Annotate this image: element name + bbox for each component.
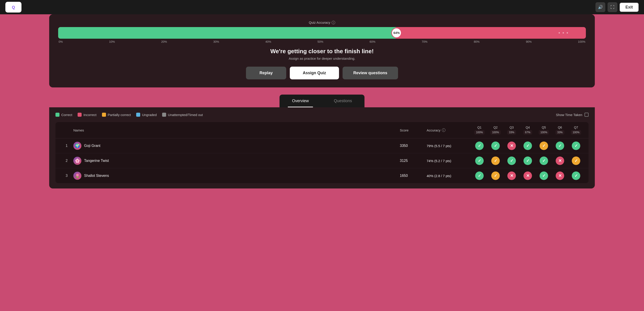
player-3-name: Shallot Stevens xyxy=(84,174,109,178)
correct-dot xyxy=(56,113,60,117)
replay-button[interactable]: Replay xyxy=(246,67,286,79)
player-3-q5 xyxy=(536,172,552,180)
topnav-actions: 🔊 ⛶ Exit xyxy=(596,2,639,12)
player-3-q7 xyxy=(568,172,584,180)
player-2-q7 xyxy=(568,156,584,165)
q2-header: Q2 100% xyxy=(488,126,504,134)
q3-header: Q3 33% xyxy=(504,126,520,134)
main-content: Quiz Accuracy i 64% 0% 10% 20% 30% 40% 5… xyxy=(0,14,644,188)
pct-80: 80% xyxy=(474,40,480,43)
legend-correct: Correct xyxy=(56,113,72,117)
table-row: 1 🌍 Goji Grant 3350 79% (5.5 / 7 pts) xyxy=(56,138,588,154)
player-2-q1 xyxy=(471,156,488,165)
player-2-name: Tangerine Twist xyxy=(84,159,109,163)
col-names: Names xyxy=(73,128,400,132)
tabs-bar: Overview Questions xyxy=(280,94,364,107)
tab-overview[interactable]: Overview xyxy=(280,94,321,107)
player-3-q2 xyxy=(488,172,504,180)
player-1-accuracy: 79% (5.5 / 7 pts) xyxy=(427,144,471,148)
table-row: 2 🌸 Tangerine Twist 3125 74% (5.2 / 7 pt… xyxy=(56,154,588,168)
player-1-q4 xyxy=(520,142,536,150)
player-1-avatar: 🌍 xyxy=(73,142,82,150)
scores-table: Names Score Accuracy i Q1 100% Q2 100% xyxy=(56,122,588,183)
pct-0: 0% xyxy=(58,40,63,43)
accuracy-badge: 64% xyxy=(391,28,402,38)
q7-header: Q7 100% xyxy=(568,126,584,134)
ungraded-dot xyxy=(136,113,140,117)
player-1-name: Goji Grant xyxy=(84,144,100,148)
action-buttons: Replay Assign Quiz Review questions xyxy=(58,67,586,79)
accuracy-label: Quiz Accuracy xyxy=(309,20,330,24)
partial-dot xyxy=(102,113,106,117)
q6-header: Q6 33% xyxy=(552,126,568,134)
topnav: Q 🔊 ⛶ Exit xyxy=(0,0,644,14)
player-1-q7 xyxy=(568,142,584,150)
overview-section: Correct Incorrect Partially correct Ungr… xyxy=(49,107,595,188)
pct-60: 60% xyxy=(370,40,376,43)
player-1-info: 🌍 Goji Grant xyxy=(73,142,400,150)
player-2-accuracy: 74% (5.2 / 7 pts) xyxy=(427,159,471,163)
player-2-avatar: 🌸 xyxy=(73,157,82,165)
rank-2: 2 xyxy=(60,159,73,163)
tabs-container: Overview Questions xyxy=(49,94,595,107)
legend-ungraded: Ungraded xyxy=(136,113,157,117)
progress-bar: 64% xyxy=(58,27,586,39)
pct-50: 50% xyxy=(318,40,323,43)
player-3-score: 1650 xyxy=(400,174,427,178)
player-3-q3 xyxy=(504,172,520,180)
player-2-q5 xyxy=(536,156,552,165)
svg-text:Q: Q xyxy=(12,5,15,10)
unattempted-dot xyxy=(162,113,166,117)
show-time-label: Show Time Taken xyxy=(556,113,582,117)
col-score: Score xyxy=(400,128,427,132)
assign-quiz-button[interactable]: Assign Quiz xyxy=(290,67,339,79)
table-header: Names Score Accuracy i Q1 100% Q2 100% xyxy=(56,122,588,138)
player-3-q4 xyxy=(520,172,536,180)
accuracy-info-icon: i xyxy=(332,21,335,24)
legend-partial: Partially correct xyxy=(102,113,131,117)
accuracy-header: Quiz Accuracy i xyxy=(58,20,586,24)
player-2-score: 3125 xyxy=(400,159,427,163)
player-1-q2 xyxy=(488,142,504,150)
q1-header: Q1 100% xyxy=(471,126,488,134)
legend-unattempted: Unattempted/Timed out xyxy=(162,113,203,117)
q5-header: Q5 100% xyxy=(536,126,552,134)
pct-100: 100% xyxy=(578,40,586,43)
player-1-q3 xyxy=(504,142,520,150)
dot-2 xyxy=(562,32,564,34)
player-1-q6 xyxy=(552,142,568,150)
player-2-q4 xyxy=(520,156,536,165)
player-2-q3 xyxy=(504,156,520,165)
pct-30: 30% xyxy=(213,40,219,43)
fullscreen-button[interactable]: ⛶ xyxy=(608,2,618,12)
quizizz-logo: Q xyxy=(5,2,22,12)
tab-questions[interactable]: Questions xyxy=(321,94,364,107)
review-questions-button[interactable]: Review questions xyxy=(342,67,398,79)
dot-3 xyxy=(567,32,568,34)
player-3-q1 xyxy=(471,172,488,180)
incorrect-label: Incorrect xyxy=(84,113,96,117)
player-3-info: 🌷 Shallot Stevens xyxy=(73,172,400,180)
unattempted-label: Unattempted/Timed out xyxy=(168,113,203,117)
dot-1 xyxy=(558,32,560,34)
show-time-checkbox[interactable] xyxy=(584,113,588,117)
q4-header: Q4 67% xyxy=(520,126,536,134)
player-1-q5 xyxy=(536,142,552,150)
pct-labels: 0% 10% 20% 30% 40% 50% 60% 70% 80% 90% 1… xyxy=(58,40,586,43)
col-accuracy: Accuracy i xyxy=(427,128,471,132)
sound-button[interactable]: 🔊 xyxy=(596,2,605,12)
rank-1: 1 xyxy=(60,144,73,148)
show-time-taken: Show Time Taken xyxy=(556,113,588,117)
table-row: 3 🌷 Shallot Stevens 1650 40% (2.8 / 7 pt… xyxy=(56,168,588,183)
exit-button[interactable]: Exit xyxy=(620,3,639,12)
ungraded-label: Ungraded xyxy=(142,113,157,117)
accuracy-col-info-icon: i xyxy=(442,128,446,132)
result-sub-message: Assign as practice for deeper understand… xyxy=(58,56,586,60)
partial-label: Partially correct xyxy=(108,113,131,117)
pct-70: 70% xyxy=(422,40,428,43)
progress-dots xyxy=(558,32,568,34)
progress-fill xyxy=(58,27,396,39)
pct-10: 10% xyxy=(109,40,115,43)
result-message: We're getting closer to the finish line! xyxy=(58,48,586,55)
player-1-score: 3350 xyxy=(400,144,427,148)
